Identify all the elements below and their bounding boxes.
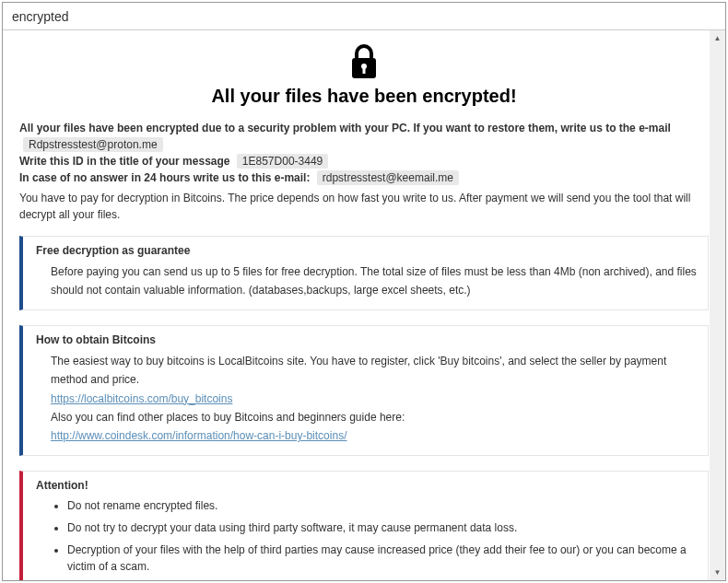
intro-line2-text: Write this ID in the title of your messa… [19,155,230,168]
scroll-down-arrow-icon[interactable]: ▼ [710,565,725,580]
payment-line: You have to pay for decryption in Bitcoi… [19,190,709,223]
dialog-window: encrypted All your files have been encry… [2,2,726,581]
scroll-up-arrow-icon[interactable]: ▲ [710,30,725,46]
coindesk-link[interactable]: http://www.coindesk.com/information/how-… [51,429,346,442]
intro-line1-text: All your files have been encrypted due t… [19,122,671,134]
free-decryption-box: Free decryption as guarantee Before payi… [19,236,709,310]
contact-email-1: Rdpstresstest@proton.me [23,137,163,152]
attention-list: Do not rename encrypted files. Do not tr… [51,497,697,575]
intro-line3-row: In case of no answer in 24 hours write u… [19,169,709,186]
content-scroll: All your files have been encrypted! All … [3,30,725,580]
box1-text: Before paying you can send us up to 5 fi… [51,262,697,300]
content-area: All your files have been encrypted! All … [3,30,725,580]
intro-block: All your files have been encrypted due t… [19,120,709,223]
main-heading: All your files have been encrypted! [19,86,709,107]
header-block: All your files have been encrypted! [19,43,709,107]
box2-p2: Also you can find other places to buy Bi… [51,408,697,426]
scroll-track[interactable] [710,46,725,565]
vertical-scrollbar[interactable]: ▲ ▼ [710,30,725,580]
list-item: Do not rename encrypted files. [67,497,697,514]
intro-line1: All your files have been encrypted due t… [19,120,709,136]
lock-icon [347,43,381,80]
intro-line3-text: In case of no answer in 24 hours write u… [19,171,313,184]
intro-line2-row: Write this ID in the title of your messa… [19,153,709,169]
localbitcoins-link[interactable]: https://localbitcoins.com/buy_bitcoins [51,392,232,405]
box2-title: How to obtain Bitcoins [36,333,697,346]
attention-box: Attention! Do not rename encrypted files… [19,471,709,580]
titlebar: encrypted [3,3,725,30]
list-item: Decryption of your files with the help o… [67,542,697,575]
obtain-bitcoins-box: How to obtain Bitcoins The easiest way t… [19,325,709,456]
box2-p1: The easiest way to buy bitcoins is Local… [51,352,697,390]
email1-row: Rdpstresstest@proton.me [19,136,709,153]
list-item: Do not try to decrypt your data using th… [67,519,697,536]
contact-email-2: rdpstresstest@keemail.me [317,170,459,185]
box1-title: Free decryption as guarantee [36,244,697,257]
message-id: 1E857D00-3449 [237,154,328,169]
svg-rect-2 [363,67,366,74]
box3-title: Attention! [36,479,697,492]
window-title: encrypted [12,9,68,24]
